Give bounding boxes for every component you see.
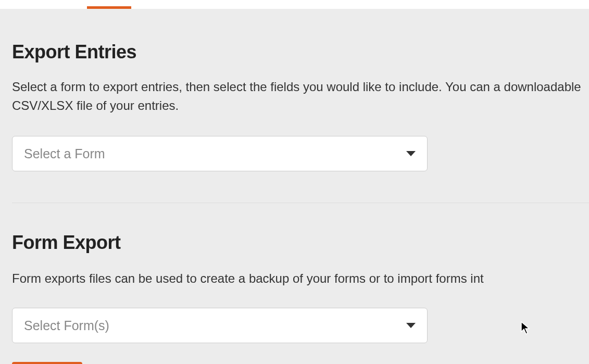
- form-export-section: Form Export Form exports files can be us…: [12, 203, 589, 364]
- form-export-description: Form exports files can be used to create…: [12, 269, 589, 288]
- chevron-down-icon: [406, 323, 416, 328]
- select-form-dropdown[interactable]: Select a Form: [12, 136, 428, 171]
- export-entries-description: Select a form to export entries, then se…: [12, 78, 589, 115]
- select-form-placeholder: Select a Form: [24, 146, 105, 161]
- select-forms-dropdown[interactable]: Select Form(s): [12, 308, 428, 343]
- select-forms-placeholder: Select Form(s): [24, 318, 109, 333]
- top-bar: [0, 0, 589, 9]
- chevron-down-icon: [406, 151, 416, 156]
- export-entries-heading: Export Entries: [12, 41, 589, 63]
- form-export-heading: Form Export: [12, 232, 589, 254]
- export-submit-button[interactable]: [12, 362, 82, 364]
- export-entries-section: Export Entries Select a form to export e…: [12, 9, 589, 171]
- content-area: Export Entries Select a form to export e…: [0, 9, 589, 364]
